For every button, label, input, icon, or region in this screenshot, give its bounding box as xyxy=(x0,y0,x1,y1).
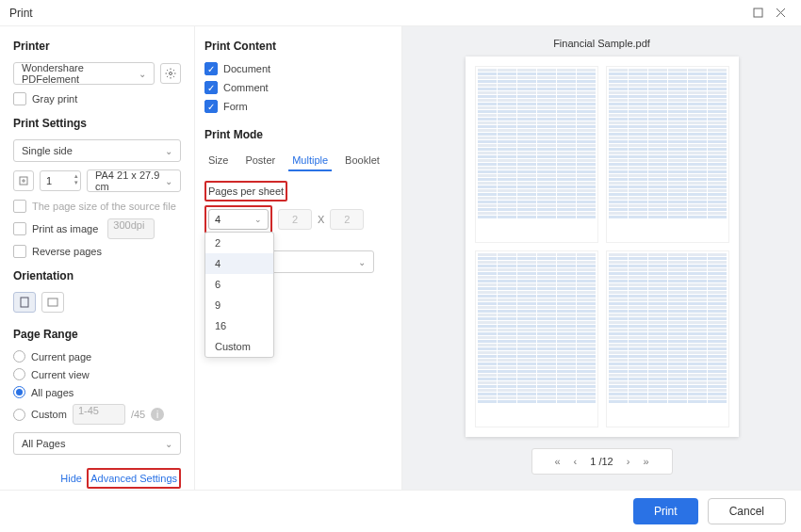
radio-icon xyxy=(13,350,25,363)
gray-print-checkbox[interactable]: Gray print xyxy=(13,92,181,105)
print-as-image-checkbox[interactable]: Print as image300dpi xyxy=(13,218,181,239)
print-button[interactable]: Print xyxy=(633,498,698,524)
pps-option-custom[interactable]: Custom xyxy=(205,336,273,357)
preview-panel: Financial Sample.pdf « ‹ 1 /12 › » xyxy=(402,26,801,490)
preview-page-3 xyxy=(475,250,598,427)
pps-dropdown: 2 4 6 9 16 Custom xyxy=(204,232,274,358)
paper-size-select[interactable]: PA4 21 x 27.9 cm⌄ xyxy=(87,169,181,192)
svg-rect-3 xyxy=(21,298,28,307)
landscape-button[interactable] xyxy=(41,292,64,313)
window-title: Print xyxy=(9,7,746,20)
maximize-icon[interactable] xyxy=(746,4,769,23)
range-current-page-radio[interactable]: Current page xyxy=(13,350,181,363)
pager-next-icon[interactable]: › xyxy=(627,456,630,467)
grid-separator: X xyxy=(318,214,324,225)
chevron-down-icon: ⌄ xyxy=(358,257,366,267)
checkbox-icon: ✓ xyxy=(204,81,218,94)
page-range-heading: Page Range xyxy=(13,328,181,341)
copies-icon xyxy=(13,170,34,191)
pps-label-highlight: Pages per sheet xyxy=(204,181,287,202)
svg-rect-0 xyxy=(754,8,762,17)
preview-page-2 xyxy=(606,66,729,243)
preview-page-1 xyxy=(475,66,598,243)
radio-icon xyxy=(13,409,25,421)
mode-tabs: Size Poster Multiple Booklet xyxy=(204,151,392,171)
tab-poster[interactable]: Poster xyxy=(241,151,279,171)
pps-option-9[interactable]: 9 xyxy=(205,295,273,315)
pps-option-4[interactable]: 4 xyxy=(205,253,273,274)
left-panel: Printer Wondershare PDFelement⌄ Gray pri… xyxy=(0,26,195,490)
title-bar: Print xyxy=(0,0,801,26)
middle-panel: Print Content ✓Document ✓Comment ✓Form P… xyxy=(195,26,402,490)
orientation-heading: Orientation xyxy=(13,269,181,282)
printer-heading: Printer xyxy=(13,40,181,53)
pps-option-6[interactable]: 6 xyxy=(205,274,273,295)
chevron-down-icon: ⌄ xyxy=(254,215,262,224)
dpi-input: 300dpi xyxy=(107,218,155,239)
svg-point-1 xyxy=(170,73,172,75)
pages-per-sheet-label: Pages per sheet xyxy=(208,185,284,197)
advanced-settings-link[interactable]: Advanced Settings xyxy=(90,473,177,484)
source-page-size-checkbox[interactable]: The page size of the source file xyxy=(13,200,181,213)
reverse-pages-checkbox[interactable]: Reverse pages xyxy=(13,245,181,258)
checkbox-icon xyxy=(13,200,26,213)
pager-first-icon[interactable]: « xyxy=(554,456,560,467)
content-document-checkbox[interactable]: ✓Document xyxy=(204,62,392,75)
checkbox-icon xyxy=(13,222,26,235)
chevron-down-icon: ⌄ xyxy=(165,176,172,186)
close-icon[interactable] xyxy=(769,4,792,23)
custom-range-input[interactable]: 1-45 xyxy=(73,404,125,425)
chevron-down-icon: ⌄ xyxy=(165,146,172,156)
range-current-view-radio[interactable]: Current view xyxy=(13,368,181,380)
pages-per-sheet-select[interactable]: 4⌄ xyxy=(208,209,269,230)
pps-select-highlight: 4⌄ xyxy=(204,205,272,234)
svg-rect-4 xyxy=(48,298,57,306)
hide-link[interactable]: Hide xyxy=(60,473,82,484)
print-settings-heading: Print Settings xyxy=(13,117,181,130)
pps-option-16[interactable]: 16 xyxy=(205,315,273,336)
footer-bar: Print Cancel xyxy=(0,490,801,532)
printer-select[interactable]: Wondershare PDFelement⌄ xyxy=(13,62,155,85)
preview-filename: Financial Sample.pdf xyxy=(553,38,650,49)
custom-total-label: /45 xyxy=(131,409,145,420)
range-all-pages-radio[interactable]: All pages xyxy=(13,386,181,398)
print-mode-heading: Print Mode xyxy=(204,128,392,141)
cancel-button[interactable]: Cancel xyxy=(708,498,786,524)
radio-icon xyxy=(13,386,25,398)
tab-booklet[interactable]: Booklet xyxy=(341,151,384,171)
checkbox-icon: ✓ xyxy=(204,100,218,113)
radio-icon xyxy=(13,368,25,380)
tab-multiple[interactable]: Multiple xyxy=(288,151,332,171)
chevron-down-icon: ⌄ xyxy=(165,439,172,449)
main-area: Printer Wondershare PDFelement⌄ Gray pri… xyxy=(0,26,801,490)
preview-sheet xyxy=(466,56,739,437)
copies-stepper[interactable]: 1▴▾ xyxy=(40,170,81,191)
chevron-up-icon[interactable]: ▴ xyxy=(74,172,78,179)
preview-pager: « ‹ 1 /12 › » xyxy=(531,448,673,475)
pager-last-icon[interactable]: » xyxy=(643,456,648,467)
range-custom-radio[interactable]: Custom 1-45 /45 i xyxy=(13,404,181,425)
sides-select[interactable]: Single side⌄ xyxy=(13,139,181,162)
preview-page-4 xyxy=(606,250,729,427)
print-content-heading: Print Content xyxy=(204,40,392,53)
tab-size[interactable]: Size xyxy=(204,151,232,171)
content-comment-checkbox[interactable]: ✓Comment xyxy=(204,81,392,94)
pager-prev-icon[interactable]: ‹ xyxy=(574,456,578,467)
content-form-checkbox[interactable]: ✓Form xyxy=(204,100,392,113)
chevron-down-icon[interactable]: ▾ xyxy=(74,179,78,185)
portrait-button[interactable] xyxy=(13,292,36,313)
printer-settings-button[interactable] xyxy=(160,63,181,84)
checkbox-icon: ✓ xyxy=(204,62,218,75)
info-icon[interactable]: i xyxy=(151,408,164,421)
advanced-settings-highlight: Advanced Settings xyxy=(87,468,181,489)
chevron-down-icon: ⌄ xyxy=(139,69,146,79)
checkbox-icon xyxy=(13,245,26,258)
pps-option-2[interactable]: 2 xyxy=(205,233,273,253)
checkbox-icon xyxy=(13,92,26,105)
page-subset-select[interactable]: All Pages⌄ xyxy=(13,432,181,455)
grid-cols-input: 2 xyxy=(278,209,312,230)
pager-indicator: 1 /12 xyxy=(590,456,613,467)
grid-rows-input: 2 xyxy=(330,209,364,230)
